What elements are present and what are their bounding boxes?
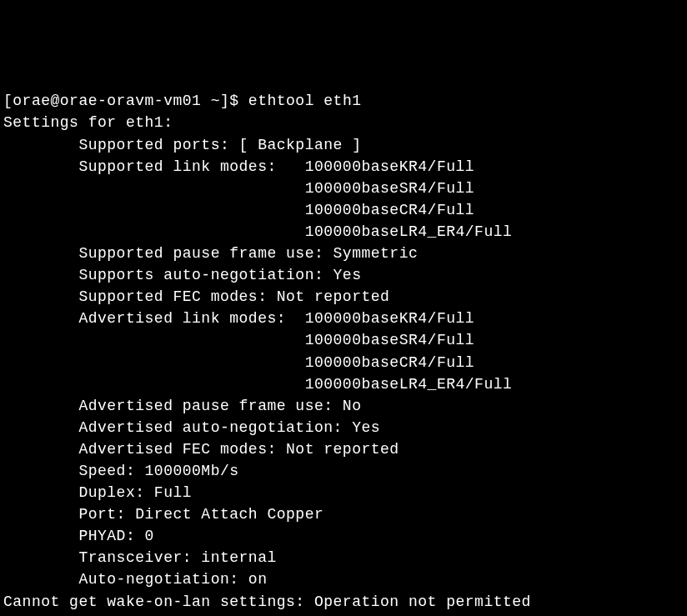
auto-negotiation: Auto-negotiation: on (3, 568, 684, 590)
advertised-link-modes-1: 100000baseSR4/Full (3, 329, 684, 351)
terminal-output: [orae@orae-oravm-vm01 ~]$ ethtool eth1Se… (3, 90, 684, 616)
advertised-link-modes-0: Advertised link modes: 100000baseKR4/Ful… (3, 308, 684, 329)
advertised-fec: Advertised FEC modes: Not reported (3, 438, 684, 460)
wol-error: Cannot get wake-on-lan settings: Operati… (3, 591, 684, 613)
settings-header: Settings for eth1: (3, 112, 684, 133)
phyad: PHYAD: 0 (3, 525, 684, 547)
supported-link-modes-1: 100000baseSR4/Full (3, 178, 684, 199)
supported-ports: Supported ports: [ Backplane ] (3, 134, 684, 156)
shell-prompt: [orae@orae-oravm-vm01 ~]$ (3, 93, 248, 109)
supported-pause-frame: Supported pause frame use: Symmetric (3, 243, 684, 264)
speed: Speed: 100000Mb/s (3, 460, 684, 482)
command-text: ethtool eth1 (248, 93, 362, 109)
duplex: Duplex: Full (3, 482, 684, 503)
msg-level: Current message level: 0x00000004 (4) (3, 613, 684, 616)
supported-link-modes-3: 100000baseLR4_ER4/Full (3, 221, 684, 243)
advertised-pause-frame: Advertised pause frame use: No (3, 395, 684, 417)
supported-fec: Supported FEC modes: Not reported (3, 286, 684, 308)
supported-link-modes-0: Supported link modes: 100000baseKR4/Full (3, 156, 684, 178)
advertised-link-modes-2: 100000baseCR4/Full (3, 352, 684, 373)
transceiver: Transceiver: internal (3, 547, 684, 568)
supports-auto-neg: Supports auto-negotiation: Yes (3, 264, 684, 286)
advertised-auto-neg: Advertised auto-negotiation: Yes (3, 417, 684, 438)
supported-link-modes-2: 100000baseCR4/Full (3, 199, 684, 221)
advertised-link-modes-3: 100000baseLR4_ER4/Full (3, 373, 684, 395)
prompt-line[interactable]: [orae@orae-oravm-vm01 ~]$ ethtool eth1 (3, 90, 684, 112)
port: Port: Direct Attach Copper (3, 503, 684, 525)
